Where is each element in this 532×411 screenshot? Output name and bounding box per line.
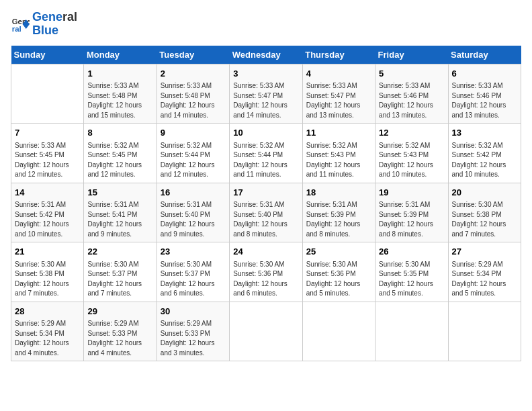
cell-info: Sunrise: 5:33 AMSunset: 5:46 PMDaylight:… <box>379 81 444 120</box>
day-header-saturday: Saturday <box>448 46 521 64</box>
calendar-cell: 22Sunrise: 5:30 AMSunset: 5:37 PMDayligh… <box>84 242 157 302</box>
day-number: 27 <box>452 245 517 259</box>
cell-info: Sunrise: 5:32 AMSunset: 5:42 PMDaylight:… <box>452 141 517 180</box>
calendar-cell: 2Sunrise: 5:33 AMSunset: 5:48 PMDaylight… <box>157 64 229 124</box>
cell-info: Sunrise: 5:31 AMSunset: 5:40 PMDaylight:… <box>233 200 298 239</box>
calendar-cell: 23Sunrise: 5:30 AMSunset: 5:37 PMDayligh… <box>157 242 229 302</box>
day-header-tuesday: Tuesday <box>157 46 229 64</box>
day-number: 24 <box>233 245 298 259</box>
cell-info: Sunrise: 5:32 AMSunset: 5:44 PMDaylight:… <box>161 141 226 180</box>
day-number: 29 <box>87 305 152 318</box>
cell-info: Sunrise: 5:30 AMSunset: 5:37 PMDaylight:… <box>87 260 152 299</box>
days-header-row: SundayMondayTuesdayWednesdayThursdayFrid… <box>11 46 521 64</box>
day-number: 3 <box>233 67 298 81</box>
cell-info: Sunrise: 5:32 AMSunset: 5:44 PMDaylight:… <box>233 141 298 180</box>
day-header-friday: Friday <box>375 46 448 64</box>
day-number: 5 <box>379 67 444 81</box>
cell-info: Sunrise: 5:29 AMSunset: 5:33 PMDaylight:… <box>161 319 226 358</box>
day-number: 17 <box>233 186 298 199</box>
day-number: 13 <box>452 126 517 140</box>
calendar-cell: 19Sunrise: 5:31 AMSunset: 5:39 PMDayligh… <box>375 183 448 242</box>
calendar-cell: 9Sunrise: 5:32 AMSunset: 5:44 PMDaylight… <box>157 124 229 183</box>
cell-info: Sunrise: 5:30 AMSunset: 5:35 PMDaylight:… <box>379 260 444 299</box>
calendar-cell <box>302 302 375 361</box>
cell-info: Sunrise: 5:29 AMSunset: 5:34 PMDaylight:… <box>452 260 517 299</box>
calendar-cell: 29Sunrise: 5:29 AMSunset: 5:33 PMDayligh… <box>84 302 157 361</box>
cell-info: Sunrise: 5:30 AMSunset: 5:37 PMDaylight:… <box>161 260 226 299</box>
day-number: 15 <box>87 186 152 199</box>
logo: Gene ral GeneralBlue <box>11 11 77 38</box>
calendar-cell: 12Sunrise: 5:32 AMSunset: 5:43 PMDayligh… <box>375 124 448 183</box>
week-row-3: 14Sunrise: 5:31 AMSunset: 5:42 PMDayligh… <box>11 183 521 242</box>
calendar-cell: 11Sunrise: 5:32 AMSunset: 5:43 PMDayligh… <box>302 124 375 183</box>
calendar-cell: 18Sunrise: 5:31 AMSunset: 5:39 PMDayligh… <box>302 183 375 242</box>
cell-info: Sunrise: 5:32 AMSunset: 5:43 PMDaylight:… <box>379 141 444 180</box>
day-header-monday: Monday <box>84 46 157 64</box>
day-number: 8 <box>87 126 152 140</box>
calendar-cell: 14Sunrise: 5:31 AMSunset: 5:42 PMDayligh… <box>11 183 84 242</box>
calendar-cell <box>448 302 521 361</box>
week-row-5: 28Sunrise: 5:29 AMSunset: 5:34 PMDayligh… <box>11 302 521 361</box>
day-number: 19 <box>379 186 444 199</box>
cell-info: Sunrise: 5:32 AMSunset: 5:43 PMDaylight:… <box>306 141 371 180</box>
day-number: 12 <box>379 126 444 140</box>
calendar-cell: 13Sunrise: 5:32 AMSunset: 5:42 PMDayligh… <box>448 124 521 183</box>
cell-info: Sunrise: 5:33 AMSunset: 5:48 PMDaylight:… <box>161 81 226 120</box>
calendar-cell: 30Sunrise: 5:29 AMSunset: 5:33 PMDayligh… <box>157 302 229 361</box>
logo-text: GeneralBlue <box>32 11 77 38</box>
calendar-cell: 21Sunrise: 5:30 AMSunset: 5:38 PMDayligh… <box>11 242 84 302</box>
day-header-thursday: Thursday <box>302 46 375 64</box>
cell-info: Sunrise: 5:31 AMSunset: 5:40 PMDaylight:… <box>161 200 226 239</box>
calendar-cell: 25Sunrise: 5:30 AMSunset: 5:36 PMDayligh… <box>302 242 375 302</box>
calendar-cell <box>230 302 302 361</box>
day-number: 28 <box>15 305 80 318</box>
day-number: 4 <box>306 67 371 81</box>
calendar-cell: 10Sunrise: 5:32 AMSunset: 5:44 PMDayligh… <box>230 124 302 183</box>
day-header-sunday: Sunday <box>11 46 84 64</box>
calendar-cell <box>375 302 448 361</box>
cell-info: Sunrise: 5:33 AMSunset: 5:47 PMDaylight:… <box>306 81 371 120</box>
cell-info: Sunrise: 5:33 AMSunset: 5:48 PMDaylight:… <box>87 81 152 120</box>
day-number: 26 <box>379 245 444 259</box>
cell-info: Sunrise: 5:31 AMSunset: 5:41 PMDaylight:… <box>87 200 152 239</box>
day-number: 7 <box>15 126 80 140</box>
calendar-table: SundayMondayTuesdayWednesdayThursdayFrid… <box>11 46 521 362</box>
day-header-wednesday: Wednesday <box>230 46 302 64</box>
cell-info: Sunrise: 5:29 AMSunset: 5:34 PMDaylight:… <box>15 319 80 358</box>
calendar-cell: 24Sunrise: 5:30 AMSunset: 5:36 PMDayligh… <box>230 242 302 302</box>
calendar-cell: 5Sunrise: 5:33 AMSunset: 5:46 PMDaylight… <box>375 64 448 124</box>
day-number: 2 <box>161 67 226 81</box>
calendar-cell: 4Sunrise: 5:33 AMSunset: 5:47 PMDaylight… <box>302 64 375 124</box>
day-number: 21 <box>15 245 80 259</box>
calendar-cell: 16Sunrise: 5:31 AMSunset: 5:40 PMDayligh… <box>157 183 229 242</box>
calendar-cell: 3Sunrise: 5:33 AMSunset: 5:47 PMDaylight… <box>230 64 302 124</box>
cell-info: Sunrise: 5:30 AMSunset: 5:36 PMDaylight:… <box>306 260 371 299</box>
day-number: 9 <box>161 126 226 140</box>
day-number: 25 <box>306 245 371 259</box>
calendar-body: 1Sunrise: 5:33 AMSunset: 5:48 PMDaylight… <box>11 64 521 361</box>
cell-info: Sunrise: 5:33 AMSunset: 5:45 PMDaylight:… <box>15 141 80 180</box>
cell-info: Sunrise: 5:33 AMSunset: 5:46 PMDaylight:… <box>452 81 517 120</box>
calendar-cell: 8Sunrise: 5:32 AMSunset: 5:45 PMDaylight… <box>84 124 157 183</box>
day-number: 6 <box>452 67 517 81</box>
calendar-cell: 6Sunrise: 5:33 AMSunset: 5:46 PMDaylight… <box>448 64 521 124</box>
calendar-cell: 27Sunrise: 5:29 AMSunset: 5:34 PMDayligh… <box>448 242 521 302</box>
cell-info: Sunrise: 5:31 AMSunset: 5:39 PMDaylight:… <box>379 200 444 239</box>
day-number: 18 <box>306 186 371 199</box>
svg-text:ral: ral <box>12 24 21 32</box>
calendar-cell: 26Sunrise: 5:30 AMSunset: 5:35 PMDayligh… <box>375 242 448 302</box>
calendar-cell <box>11 64 84 124</box>
calendar-cell: 7Sunrise: 5:33 AMSunset: 5:45 PMDaylight… <box>11 124 84 183</box>
week-row-2: 7Sunrise: 5:33 AMSunset: 5:45 PMDaylight… <box>11 124 521 183</box>
page-header: Gene ral GeneralBlue <box>11 11 521 38</box>
calendar-cell: 17Sunrise: 5:31 AMSunset: 5:40 PMDayligh… <box>230 183 302 242</box>
cell-info: Sunrise: 5:31 AMSunset: 5:42 PMDaylight:… <box>15 200 80 239</box>
cell-info: Sunrise: 5:30 AMSunset: 5:38 PMDaylight:… <box>15 260 80 299</box>
day-number: 20 <box>452 186 517 199</box>
day-number: 11 <box>306 126 371 140</box>
cell-info: Sunrise: 5:31 AMSunset: 5:39 PMDaylight:… <box>306 200 371 239</box>
day-number: 30 <box>161 305 226 318</box>
cell-info: Sunrise: 5:29 AMSunset: 5:33 PMDaylight:… <box>87 319 152 358</box>
cell-info: Sunrise: 5:32 AMSunset: 5:45 PMDaylight:… <box>87 141 152 180</box>
day-number: 10 <box>233 126 298 140</box>
